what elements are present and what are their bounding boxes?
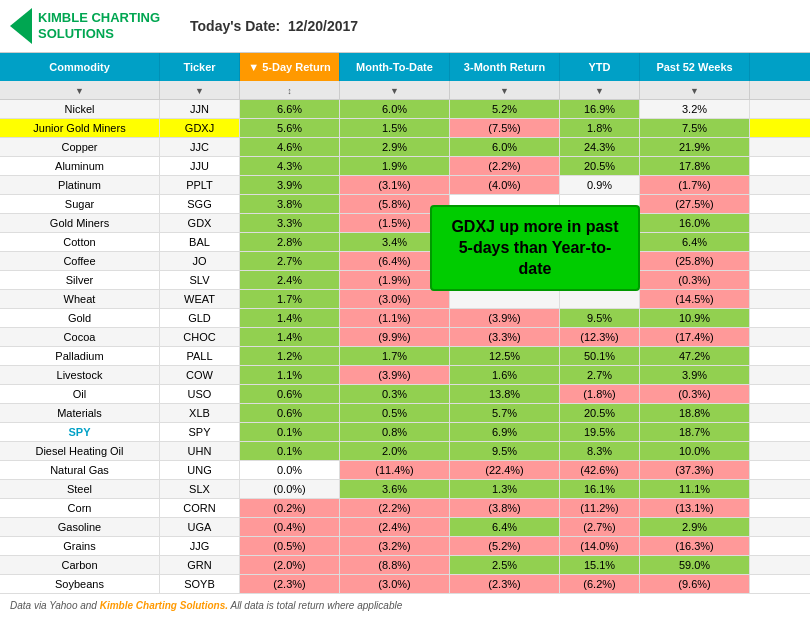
table-row: Gold GLD 1.4% (1.1%) (3.9%) 9.5% 10.9% xyxy=(0,309,810,328)
cell-ticker: JJC xyxy=(160,138,240,156)
cell-52weeks: 3.9% xyxy=(640,366,750,384)
cell-ticker: UHN xyxy=(160,442,240,460)
col-3month[interactable]: 3-Month Return xyxy=(450,53,560,81)
cell-5day: 2.8% xyxy=(240,233,340,251)
filter-52weeks[interactable]: ▼ xyxy=(640,81,750,99)
cell-5day: (0.4%) xyxy=(240,518,340,536)
cell-ticker: COW xyxy=(160,366,240,384)
cell-mtd: (11.4%) xyxy=(340,461,450,479)
table-row: Soybeans SOYB (2.3%) (3.0%) (2.3%) (6.2%… xyxy=(0,575,810,594)
cell-mtd: (8.8%) xyxy=(340,556,450,574)
cell-commodity: Platinum xyxy=(0,176,160,194)
cell-52weeks: (16.3%) xyxy=(640,537,750,555)
cell-ytd: 2.7% xyxy=(560,366,640,384)
table-row: Aluminum JJU 4.3% 1.9% (2.2%) 20.5% 17.8… xyxy=(0,157,810,176)
col-mtd[interactable]: Month-To-Date xyxy=(340,53,450,81)
table-row: SPY SPY 0.1% 0.8% 6.9% 19.5% 18.7% xyxy=(0,423,810,442)
cell-ticker: PALL xyxy=(160,347,240,365)
cell-52weeks: (1.7%) xyxy=(640,176,750,194)
cell-commodity: Junior Gold Miners xyxy=(0,119,160,137)
cell-ticker: SGG xyxy=(160,195,240,213)
table-row: Carbon GRN (2.0%) (8.8%) 2.5% 15.1% 59.0… xyxy=(0,556,810,575)
cell-mtd: 3.6% xyxy=(340,480,450,498)
cell-52weeks: 59.0% xyxy=(640,556,750,574)
cell-mtd: (3.9%) xyxy=(340,366,450,384)
cell-52weeks: 21.9% xyxy=(640,138,750,156)
filter-mtd[interactable]: ▼ xyxy=(340,81,450,99)
cell-52weeks: (25.8%) xyxy=(640,252,750,270)
col-5day[interactable]: ▼ 5-Day Return xyxy=(240,53,340,81)
cell-3month: 1.3% xyxy=(450,480,560,498)
cell-ticker: GRN xyxy=(160,556,240,574)
cell-5day: (0.5%) xyxy=(240,537,340,555)
cell-3month: (7.5%) xyxy=(450,119,560,137)
cell-mtd: (3.0%) xyxy=(340,290,450,308)
logo: KIMBLE CHARTING SOLUTIONS xyxy=(10,8,160,44)
cell-commodity: Wheat xyxy=(0,290,160,308)
table-body: Nickel JJN 6.6% 6.0% 5.2% 16.9% 3.2% Jun… xyxy=(0,100,810,594)
cell-5day: 1.4% xyxy=(240,328,340,346)
col-ytd[interactable]: YTD xyxy=(560,53,640,81)
cell-52weeks: 3.2% xyxy=(640,100,750,118)
cell-ticker: GDXJ xyxy=(160,119,240,137)
filter-5day[interactable]: ↕ xyxy=(240,81,340,99)
cell-52weeks: 16.0% xyxy=(640,214,750,232)
cell-mtd: (9.9%) xyxy=(340,328,450,346)
cell-ticker: JO xyxy=(160,252,240,270)
cell-5day: 0.0% xyxy=(240,461,340,479)
cell-3month: 2.5% xyxy=(450,556,560,574)
cell-ticker: XLB xyxy=(160,404,240,422)
cell-52weeks: 17.8% xyxy=(640,157,750,175)
cell-5day: 5.6% xyxy=(240,119,340,137)
cell-ticker: SLX xyxy=(160,480,240,498)
cell-commodity: Cotton xyxy=(0,233,160,251)
cell-5day: (2.0%) xyxy=(240,556,340,574)
cell-commodity: Diesel Heating Oil xyxy=(0,442,160,460)
cell-3month: (2.2%) xyxy=(450,157,560,175)
cell-52weeks: 47.2% xyxy=(640,347,750,365)
cell-3month: (22.4%) xyxy=(450,461,560,479)
cell-52weeks: (17.4%) xyxy=(640,328,750,346)
filter-commodity[interactable]: ▼ xyxy=(0,81,160,99)
cell-commodity: Cocoa xyxy=(0,328,160,346)
cell-ytd: (6.2%) xyxy=(560,575,640,593)
filter-ytd[interactable]: ▼ xyxy=(560,81,640,99)
cell-ticker: JJU xyxy=(160,157,240,175)
date-display: Today's Date: 12/20/2017 xyxy=(190,18,358,34)
cell-commodity: Steel xyxy=(0,480,160,498)
col-commodity[interactable]: Commodity xyxy=(0,53,160,81)
cell-mtd: 1.7% xyxy=(340,347,450,365)
cell-52weeks: (27.5%) xyxy=(640,195,750,213)
cell-commodity: Silver xyxy=(0,271,160,289)
cell-ytd: (42.6%) xyxy=(560,461,640,479)
filter-3month[interactable]: ▼ xyxy=(450,81,560,99)
cell-commodity: SPY xyxy=(0,423,160,441)
cell-52weeks: 18.7% xyxy=(640,423,750,441)
cell-ticker: USO xyxy=(160,385,240,403)
cell-ticker: GDX xyxy=(160,214,240,232)
cell-ticker: JJN xyxy=(160,100,240,118)
cell-commodity: Livestock xyxy=(0,366,160,384)
cell-5day: 0.1% xyxy=(240,423,340,441)
cell-52weeks: (14.5%) xyxy=(640,290,750,308)
cell-ytd: 9.5% xyxy=(560,309,640,327)
table-row: Corn CORN (0.2%) (2.2%) (3.8%) (11.2%) (… xyxy=(0,499,810,518)
col-ticker[interactable]: Ticker xyxy=(160,53,240,81)
table-row: Natural Gas UNG 0.0% (11.4%) (22.4%) (42… xyxy=(0,461,810,480)
filter-ticker[interactable]: ▼ xyxy=(160,81,240,99)
cell-ytd: 15.1% xyxy=(560,556,640,574)
table-row: Materials XLB 0.6% 0.5% 5.7% 20.5% 18.8% xyxy=(0,404,810,423)
cell-ticker: PPLT xyxy=(160,176,240,194)
cell-5day: 1.4% xyxy=(240,309,340,327)
cell-ytd: 20.5% xyxy=(560,157,640,175)
cell-3month: 5.7% xyxy=(450,404,560,422)
cell-5day: 3.3% xyxy=(240,214,340,232)
cell-commodity: Oil xyxy=(0,385,160,403)
table-row: Junior Gold Miners GDXJ 5.6% 1.5% (7.5%)… xyxy=(0,119,810,138)
table-row: Platinum PPLT 3.9% (3.1%) (4.0%) 0.9% (1… xyxy=(0,176,810,195)
cell-3month: 6.4% xyxy=(450,518,560,536)
col-52weeks[interactable]: Past 52 Weeks xyxy=(640,53,750,81)
cell-5day: 2.7% xyxy=(240,252,340,270)
annotation-callout: GDXJ up more in past 5-days than Year-to… xyxy=(430,205,640,291)
cell-5day: 4.6% xyxy=(240,138,340,156)
